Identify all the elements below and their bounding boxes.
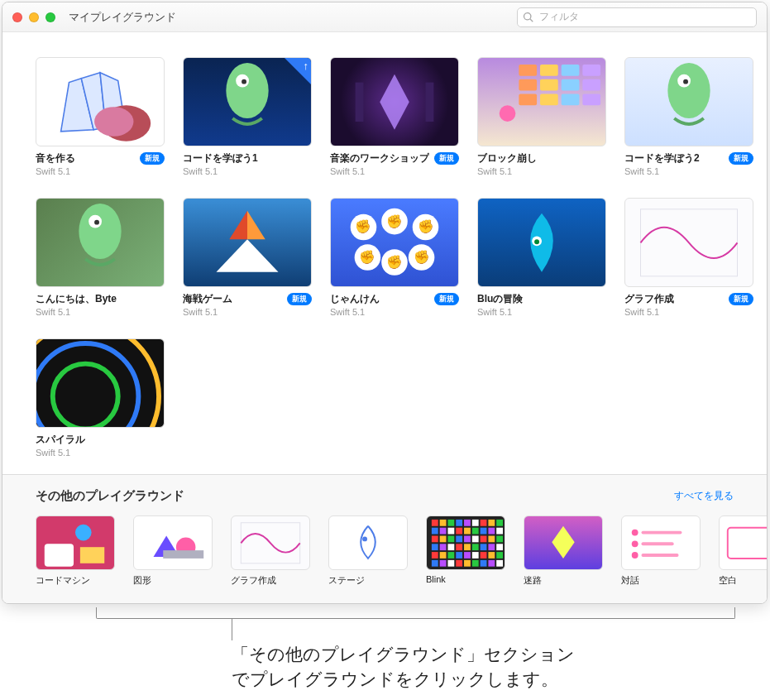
callout-bracket (96, 607, 735, 619)
svg-text:✊: ✊ (359, 249, 375, 265)
playground-thumbnail: ✊✊✊✊✊✊ (330, 198, 459, 287)
filter-placeholder: フィルタ (539, 10, 579, 24)
svg-rect-67 (496, 520, 503, 526)
playground-subtitle: Swift 5.1 (36, 448, 165, 458)
svg-rect-71 (456, 527, 462, 534)
playground-subtitle: Swift 5.1 (624, 166, 753, 176)
playground-title: コードマシン (36, 574, 115, 587)
svg-rect-87 (440, 544, 447, 550)
playground-title: こんにちは、Byte (36, 292, 117, 306)
more-playground-card[interactable]: グラフ作成 (231, 515, 310, 587)
minimize-button[interactable] (29, 12, 39, 22)
svg-rect-12 (540, 65, 558, 76)
filter-search[interactable]: フィルタ (517, 7, 757, 27)
svg-rect-99 (464, 552, 471, 559)
svg-rect-66 (488, 520, 495, 526)
playground-title: 海戦ゲーム (183, 292, 232, 306)
svg-rect-89 (456, 544, 462, 550)
playground-thumbnail (621, 515, 701, 570)
svg-rect-17 (562, 79, 580, 90)
svg-rect-60 (440, 520, 447, 526)
svg-rect-82 (472, 535, 479, 542)
svg-rect-95 (432, 552, 438, 559)
svg-rect-14 (582, 65, 600, 76)
playground-title: Bluの冒険 (477, 292, 523, 306)
svg-rect-93 (488, 544, 495, 550)
playground-card[interactable]: Bluの冒険 Swift 5.1 (477, 198, 606, 317)
svg-text:✊: ✊ (355, 218, 371, 234)
more-playground-card[interactable]: 空白 (719, 515, 768, 587)
more-playground-card[interactable]: 迷路 (524, 515, 603, 587)
svg-rect-109 (472, 560, 479, 567)
svg-point-24 (667, 63, 710, 118)
svg-point-114 (632, 529, 638, 535)
playground-thumbnail (624, 198, 753, 287)
svg-rect-108 (464, 560, 471, 567)
playground-card[interactable]: コードを学ぼう2 新規 Swift 5.1 (624, 57, 753, 176)
playground-card[interactable]: ブロック崩し Swift 5.1 (477, 57, 606, 176)
svg-rect-92 (481, 544, 487, 550)
new-badge: 新規 (434, 293, 459, 305)
playground-thumbnail (477, 57, 606, 146)
svg-rect-51 (45, 544, 74, 566)
svg-rect-19 (519, 93, 537, 105)
svg-rect-100 (472, 552, 479, 559)
window-controls (12, 12, 55, 22)
playground-thumbnail (426, 515, 505, 570)
new-badge: 新規 (729, 152, 753, 165)
svg-point-7 (242, 79, 246, 84)
playground-card[interactable]: ✊✊✊✊✊✊ じゃんけん 新規 Swift 5.1 (330, 198, 459, 317)
svg-rect-65 (481, 520, 487, 526)
playground-card[interactable]: スパイラル Swift 5.1 (36, 338, 165, 458)
playground-thumbnail (183, 198, 312, 287)
svg-rect-22 (582, 93, 600, 105)
playground-card[interactable]: こんにちは、Byte Swift 5.1 (36, 198, 165, 317)
svg-rect-98 (456, 552, 462, 559)
more-playground-card[interactable]: ステージ (328, 515, 408, 587)
svg-rect-91 (472, 544, 479, 550)
svg-rect-20 (540, 93, 558, 105)
svg-point-58 (362, 536, 367, 541)
more-playground-card[interactable]: 対話 (621, 515, 701, 587)
svg-rect-63 (464, 520, 471, 526)
svg-text:✊: ✊ (386, 254, 403, 270)
svg-rect-85 (496, 535, 503, 542)
svg-marker-30 (216, 239, 278, 271)
playground-title: Blink (426, 574, 505, 584)
more-playground-card[interactable]: Blink (426, 515, 505, 587)
zoom-button[interactable] (45, 12, 55, 22)
see-all-link[interactable]: すべてを見る (674, 489, 734, 503)
playground-card[interactable]: 音楽のワークショップ 新規 Swift 5.1 (330, 57, 459, 176)
playground-thumbnail (328, 515, 408, 570)
playground-thumbnail (719, 515, 768, 570)
svg-rect-110 (481, 560, 487, 567)
svg-rect-13 (562, 65, 580, 76)
playground-subtitle: Swift 5.1 (183, 166, 312, 176)
svg-rect-64 (472, 520, 479, 526)
svg-rect-79 (447, 535, 454, 542)
playground-thumbnail (330, 57, 459, 146)
close-button[interactable] (12, 12, 22, 22)
svg-rect-72 (464, 527, 471, 534)
svg-rect-101 (481, 552, 487, 559)
playground-card[interactable]: コードを学ぼう1 Swift 5.1 (183, 57, 312, 176)
playground-title: コードを学ぼう1 (183, 151, 258, 165)
svg-point-49 (36, 343, 138, 428)
svg-rect-21 (562, 93, 580, 105)
svg-rect-111 (488, 560, 495, 567)
svg-point-27 (79, 204, 121, 259)
app-window: マイプレイグラウンド フィルタ 音を作る 新規 Swift 5.1 コードを学ぼ… (2, 2, 768, 604)
playground-card[interactable]: グラフ作成 新規 Swift 5.1 (624, 198, 753, 317)
more-playground-card[interactable]: 図形 (133, 515, 213, 587)
svg-marker-32 (229, 211, 247, 240)
playground-card[interactable]: 海戦ゲーム 新規 Swift 5.1 (183, 198, 312, 317)
playground-card[interactable]: 音を作る 新規 Swift 5.1 (36, 57, 165, 176)
svg-point-23 (500, 105, 516, 122)
svg-marker-113 (552, 525, 574, 558)
playground-title: じゃんけん (330, 292, 380, 306)
svg-rect-74 (481, 527, 487, 534)
svg-rect-15 (519, 79, 537, 90)
svg-text:✊: ✊ (418, 218, 434, 234)
svg-rect-16 (540, 79, 558, 90)
more-playground-card[interactable]: コードマシン (36, 515, 115, 587)
